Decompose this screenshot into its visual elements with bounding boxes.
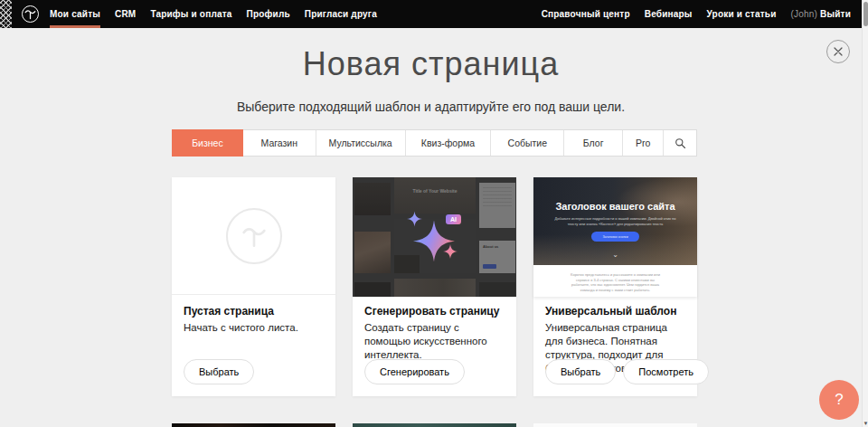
page-scrollbar[interactable]: ▼ bbox=[862, 0, 868, 427]
template-cards-row: Пустая страница Начать с чистого листа. … bbox=[172, 177, 697, 396]
template-body: Коротко представьтесь и расскажите о ком… bbox=[533, 265, 697, 297]
template-hero: Заголовок вашего сайта Добавьте интересн… bbox=[533, 177, 697, 265]
tab-multilink[interactable]: Мультиссылка bbox=[316, 130, 406, 156]
tab-search[interactable] bbox=[664, 130, 696, 156]
nav-invite-friend[interactable]: Пригласи друга bbox=[305, 0, 377, 28]
scrollbar-arrow-down-icon[interactable]: ▼ bbox=[863, 421, 868, 426]
top-navigation-bar: Мои сайты CRM Тарифы и оплата Профиль Пр… bbox=[0, 0, 862, 28]
universal-template-preview: Заголовок вашего сайта Добавьте интересн… bbox=[533, 177, 697, 297]
card-title: Пустая страница bbox=[184, 305, 274, 318]
close-icon bbox=[833, 46, 844, 57]
tab-pro[interactable]: Pro bbox=[623, 130, 664, 156]
tilda-watermark-icon bbox=[226, 208, 282, 264]
card-description: Создать страницу с помощью искусственног… bbox=[364, 321, 505, 362]
template-subtext: Добавьте интересные подробности о вашей … bbox=[553, 216, 677, 226]
nav-plans-payment[interactable]: Тарифы и оплата bbox=[150, 0, 231, 28]
choose-button[interactable]: Выбрать bbox=[545, 359, 616, 384]
card-title: Универсальный шаблон bbox=[545, 305, 676, 318]
tab-store[interactable]: Магазин bbox=[243, 130, 316, 156]
nav-profile[interactable]: Профиль bbox=[247, 0, 290, 28]
template-card-partial[interactable] bbox=[172, 423, 335, 427]
ai-sparkle-small-blue-icon bbox=[407, 210, 422, 228]
template-card-partial[interactable] bbox=[353, 423, 516, 427]
card-ai-generate: Title of Your Website About us bbox=[353, 177, 516, 396]
scrollbar-thumb[interactable] bbox=[863, 2, 868, 26]
nav-my-sites[interactable]: Мои сайты bbox=[50, 0, 100, 28]
logout-label: Выйти bbox=[820, 9, 851, 19]
template-category-tabs: Бизнес Магазин Мультиссылка Квиз-форма С… bbox=[172, 129, 697, 157]
template-heading: Заголовок вашего сайта bbox=[533, 201, 697, 212]
primary-nav: Мои сайты CRM Тарифы и оплата Профиль Пр… bbox=[50, 0, 377, 28]
choose-button[interactable]: Выбрать bbox=[184, 359, 254, 384]
tilda-logo-icon[interactable] bbox=[22, 5, 39, 23]
close-dialog-button[interactable] bbox=[826, 40, 850, 63]
template-card-partial[interactable] bbox=[533, 423, 697, 427]
secondary-nav: Справочный центр Вебинары Уроки и статьи… bbox=[542, 0, 851, 28]
page-subtitle: Выберите подходящий шаблон и адаптируйте… bbox=[0, 100, 862, 114]
template-paragraph: Коротко представьтесь и расскажите о ком… bbox=[568, 272, 663, 292]
nav-crm[interactable]: CRM bbox=[115, 0, 136, 28]
blank-page-preview bbox=[172, 177, 335, 295]
tab-quiz-form[interactable]: Квиз-форма bbox=[406, 130, 492, 156]
nav-help-center[interactable]: Справочный центр bbox=[542, 0, 630, 28]
background-pattern bbox=[0, 0, 12, 28]
username-label: (John) bbox=[790, 9, 817, 19]
nav-logout[interactable]: (John) Выйти bbox=[790, 0, 851, 28]
card-title: Сгенерировать страницу bbox=[364, 305, 499, 318]
page-title: Новая страница bbox=[0, 45, 862, 83]
tab-event[interactable]: Событие bbox=[491, 130, 564, 156]
ai-preview: Title of Your Website About us bbox=[353, 177, 516, 297]
ai-badge: AI bbox=[446, 214, 461, 224]
tab-blog[interactable]: Блог bbox=[564, 130, 623, 156]
ai-sparkle-small-pink-icon bbox=[443, 243, 458, 260]
search-icon bbox=[675, 138, 686, 149]
nav-webinars[interactable]: Вебинары bbox=[645, 0, 693, 28]
card-description: Начать с чистого листа. bbox=[184, 321, 325, 335]
generate-button[interactable]: Сгенерировать bbox=[364, 359, 465, 384]
chevron-down-icon: ⌄ bbox=[533, 251, 697, 259]
card-blank-page: Пустая страница Начать с чистого листа. … bbox=[172, 177, 335, 396]
nav-lessons[interactable]: Уроки и статьи bbox=[707, 0, 777, 28]
preview-button[interactable]: Посмотреть bbox=[623, 359, 709, 384]
help-button[interactable]: ? bbox=[819, 380, 859, 420]
template-cta-button: Заголовок кнопки bbox=[591, 232, 639, 242]
card-universal-template: Заголовок вашего сайта Добавьте интересн… bbox=[533, 177, 697, 396]
tab-business[interactable]: Бизнес bbox=[172, 129, 243, 157]
